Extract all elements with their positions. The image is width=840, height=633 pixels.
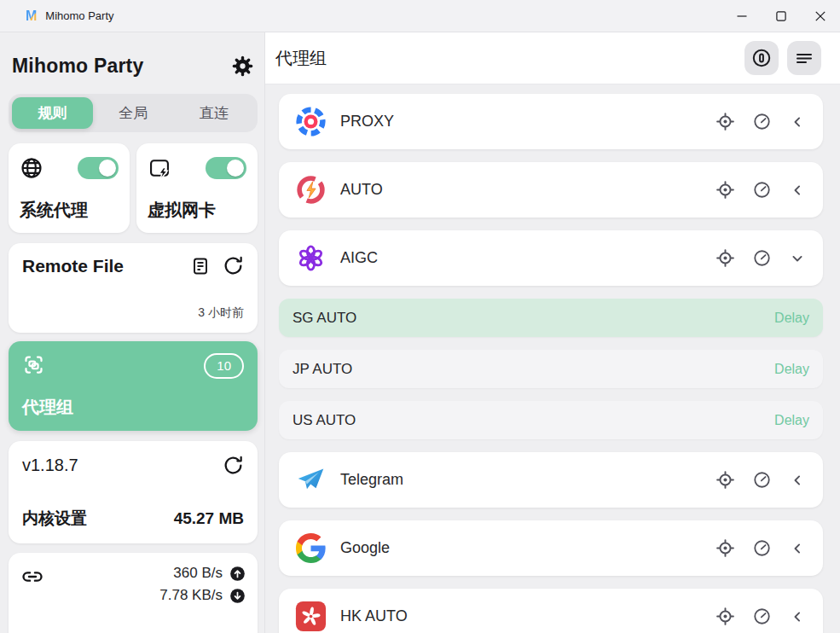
profile-updated-time: 3 小时前 xyxy=(22,305,244,321)
locate-node-button[interactable] xyxy=(715,180,735,200)
globe-icon xyxy=(20,156,43,180)
profile-refresh-button[interactable] xyxy=(223,255,244,276)
gear-icon xyxy=(231,55,254,78)
close-icon xyxy=(815,11,826,21)
latency-test-button[interactable] xyxy=(752,470,772,490)
latency-test-button[interactable] xyxy=(752,538,772,558)
settings-button[interactable] xyxy=(231,55,254,78)
tab-global-mode[interactable]: 全局 xyxy=(93,97,174,129)
tun-label: 虚拟网卡 xyxy=(148,199,246,222)
locate-icon xyxy=(715,180,735,200)
proxy-group-count-badge: 10 xyxy=(204,353,244,379)
chevron-left-icon xyxy=(789,113,806,131)
profile-card[interactable]: Remote File xyxy=(9,243,258,333)
hk-icon xyxy=(294,601,327,633)
system-proxy-card[interactable]: 系统代理 xyxy=(9,143,130,233)
proxy-group-row[interactable]: AUTO xyxy=(279,162,823,218)
expand-toggle-button[interactable] xyxy=(789,472,806,489)
gauge-icon xyxy=(752,538,772,558)
delay-button[interactable]: Delay xyxy=(774,413,809,428)
locate-icon xyxy=(715,112,735,131)
core-version: v1.18.7 xyxy=(22,456,78,475)
download-speed: 7.78 KB/s xyxy=(159,587,223,604)
main-header: 代理组 xyxy=(265,32,840,84)
locate-node-button[interactable] xyxy=(715,607,735,626)
gauge-icon xyxy=(752,112,772,131)
delay-button[interactable]: Delay xyxy=(774,362,809,377)
tab-direct-mode[interactable]: 直连 xyxy=(173,97,254,129)
sidebar-item-proxy-groups[interactable]: 10 代理组 xyxy=(9,341,258,431)
locate-icon xyxy=(715,470,735,490)
profile-edit-button[interactable] xyxy=(190,256,211,276)
chevron-left-icon xyxy=(789,608,806,625)
expand-toggle-button[interactable] xyxy=(789,113,806,131)
proxy-node-row[interactable]: JP AUTODelay xyxy=(279,350,823,388)
minimize-button[interactable] xyxy=(722,0,762,32)
expand-toggle-button[interactable] xyxy=(789,540,806,557)
latency-test-button[interactable] xyxy=(752,248,772,268)
gauge-icon xyxy=(752,248,772,268)
profile-name: Remote File xyxy=(22,256,124,276)
sidebar: Mihomo Party 规则 全 xyxy=(0,32,265,633)
locate-node-button[interactable] xyxy=(715,538,735,558)
locate-node-button[interactable] xyxy=(715,248,735,268)
delay-button[interactable]: Delay xyxy=(774,311,809,326)
proxy-group-name: HK AUTO xyxy=(340,607,715,625)
proxy-group-name: Google xyxy=(340,539,715,557)
virtual-nic-icon xyxy=(148,156,171,180)
proxy-group-row[interactable]: HK AUTO xyxy=(279,589,823,633)
proxy-icon xyxy=(294,106,327,138)
locate-node-button[interactable] xyxy=(715,112,735,131)
proxy-group-row[interactable]: Google xyxy=(279,520,823,576)
core-settings-card[interactable]: v1.18.7 内核设置 45.27 MB xyxy=(9,441,258,543)
sidebar-app-title: Mihomo Party xyxy=(12,55,143,78)
proxy-group-name: Telegram xyxy=(340,471,715,489)
proxy-group-name: PROXY xyxy=(340,113,715,131)
window-title: Mihomo Party xyxy=(45,9,113,22)
core-restart-button[interactable] xyxy=(223,455,244,476)
proxy-group-row[interactable]: PROXY xyxy=(279,94,823,149)
tab-rule-mode[interactable]: 规则 xyxy=(12,97,93,129)
tun-card[interactable]: 虚拟网卡 xyxy=(136,143,258,233)
latency-test-button[interactable] xyxy=(752,180,772,200)
close-button[interactable] xyxy=(801,0,840,32)
connections-card[interactable]: 360 B/s 7.78 KB/s xyxy=(9,553,258,633)
telegram-icon xyxy=(294,464,327,497)
proxy-group-list: PROXYAUTOAIGCSG AUTODelayJP AUTODelayUS … xyxy=(265,84,840,633)
proxy-groups-icon xyxy=(22,353,45,376)
expand-toggle-button[interactable] xyxy=(789,182,806,199)
expand-toggle-button[interactable] xyxy=(789,250,806,267)
proxy-node-name: US AUTO xyxy=(293,412,356,429)
system-proxy-toggle[interactable] xyxy=(78,157,119,179)
maximize-icon xyxy=(776,11,786,21)
upload-speed: 360 B/s xyxy=(173,565,223,582)
page-title: 代理组 xyxy=(275,47,327,70)
proxy-group-row[interactable]: Telegram xyxy=(279,452,823,508)
locate-icon xyxy=(715,248,735,268)
display-mode-button[interactable] xyxy=(787,41,821,75)
system-proxy-label: 系统代理 xyxy=(20,199,119,222)
document-icon xyxy=(190,256,211,276)
latency-test-button[interactable] xyxy=(752,112,772,131)
titlebar: M Mihomo Party xyxy=(0,0,840,32)
proxy-node-row[interactable]: SG AUTODelay xyxy=(279,299,823,337)
link-icon xyxy=(20,565,44,589)
gauge-icon xyxy=(752,180,772,200)
proxy-group-row[interactable]: AIGC xyxy=(279,230,823,286)
app-window: M Mihomo Party Mihomo Party xyxy=(0,0,840,633)
zero-circle-icon xyxy=(751,48,772,68)
gauge-icon xyxy=(752,470,772,490)
tun-toggle[interactable] xyxy=(206,157,246,179)
latency-test-button[interactable] xyxy=(752,607,772,626)
proxy-node-name: JP AUTO xyxy=(293,361,352,378)
chevron-down-icon xyxy=(789,250,806,267)
expand-toggle-button[interactable] xyxy=(789,608,806,625)
proxy-node-name: SG AUTO xyxy=(293,310,356,327)
maximize-button[interactable] xyxy=(762,0,801,32)
gauge-icon xyxy=(752,607,772,626)
proxy-node-row[interactable]: US AUTODelay xyxy=(279,401,823,439)
locate-node-button[interactable] xyxy=(715,470,735,490)
upload-arrow-icon xyxy=(229,566,246,582)
hide-zero-traffic-button[interactable] xyxy=(744,41,779,75)
proxy-group-name: AUTO xyxy=(340,181,715,199)
